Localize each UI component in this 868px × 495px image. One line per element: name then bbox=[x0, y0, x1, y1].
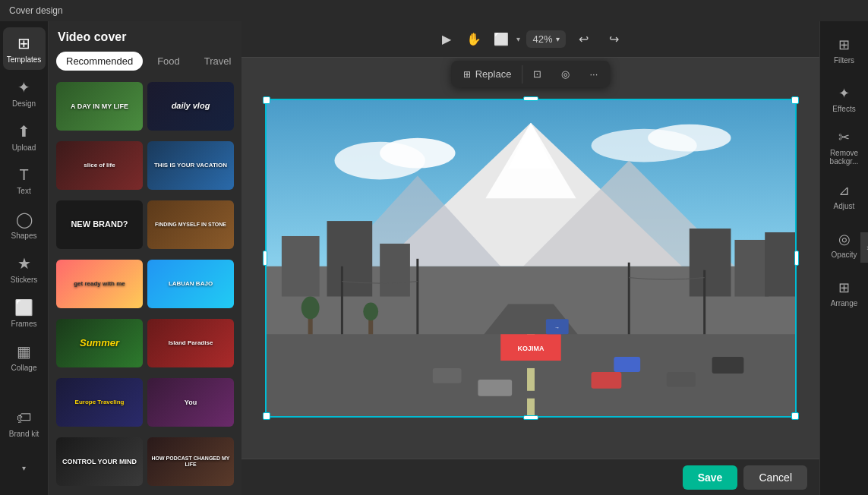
cancel-button[interactable]: Cancel bbox=[743, 465, 807, 490]
more-options-button[interactable]: ··· bbox=[580, 64, 607, 84]
filter-recommended[interactable]: Recommended bbox=[56, 52, 143, 71]
sidebar-item-upload[interactable]: ⬆ Upload bbox=[3, 115, 46, 158]
template-item[interactable]: You bbox=[147, 378, 234, 427]
template-item[interactable]: CONTROL YOUR MIND bbox=[56, 437, 143, 486]
collage-icon: ▦ bbox=[17, 342, 31, 361]
filters-icon: ⊞ bbox=[838, 36, 850, 53]
template-item[interactable]: A DAY IN MY LIFE bbox=[56, 82, 143, 131]
template-item[interactable]: Europe Traveling bbox=[56, 378, 143, 427]
title-bar: Cover design bbox=[0, 0, 868, 21]
sidebar-collapse-button[interactable]: ▾ bbox=[3, 446, 46, 489]
template-item[interactable]: LABUAN BAJO bbox=[147, 260, 234, 308]
adjust-panel-item[interactable]: ⊿ Adjust bbox=[823, 173, 866, 219]
adjust-label: Adjust bbox=[834, 202, 855, 210]
frames-icon: ⬜ bbox=[14, 298, 33, 317]
sidebar-item-text[interactable]: T Text bbox=[3, 159, 46, 202]
svg-rect-13 bbox=[380, 244, 410, 297]
sidebar-item-collage[interactable]: ▦ Collage bbox=[3, 336, 46, 378]
canvas-viewport[interactable]: ⊞ Replace ⊡ ◎ ··· bbox=[241, 58, 819, 459]
sidebar-item-stickers[interactable]: ★ Stickers bbox=[3, 247, 46, 290]
filter-travel[interactable]: Travel bbox=[194, 52, 241, 71]
opacity-icon: ◎ bbox=[838, 231, 851, 247]
handle-bottom-right[interactable] bbox=[791, 412, 799, 420]
crop-button[interactable]: ⊡ bbox=[524, 64, 551, 84]
template-label: NEW BRAND? bbox=[56, 200, 143, 249]
frame-icon: ⬜ bbox=[494, 32, 509, 46]
frame-dropdown-icon: ▾ bbox=[516, 35, 520, 43]
replace-button[interactable]: ⊞ Replace bbox=[454, 64, 521, 84]
sidebar-item-templates-label: Templates bbox=[7, 55, 42, 64]
sidebar-item-design[interactable]: ✦ Design bbox=[3, 71, 46, 114]
toolbar-divider bbox=[522, 65, 522, 84]
template-item[interactable]: Summer bbox=[56, 319, 143, 367]
filters-label: Filters bbox=[834, 56, 854, 65]
sidebar-item-templates[interactable]: ⊞ Templates bbox=[3, 27, 46, 70]
sidebar-item-frames[interactable]: ⬜ Frames bbox=[3, 292, 46, 334]
svg-rect-16 bbox=[765, 232, 795, 297]
template-label: FINDING MYSELF IN STONE bbox=[147, 200, 234, 249]
app-layout: ⊞ Templates ✦ Design ⬆ Upload T Text ◯ S… bbox=[0, 21, 868, 495]
template-item[interactable]: daily vlog bbox=[147, 82, 234, 131]
template-label: get ready with me bbox=[56, 260, 143, 308]
sidebar-item-brand-label: Brand kit bbox=[9, 430, 39, 438]
template-label: daily vlog bbox=[147, 82, 234, 131]
template-item[interactable]: get ready with me bbox=[56, 260, 143, 308]
undo-icon: ↩ bbox=[579, 32, 589, 46]
redo-button[interactable]: ↪ bbox=[602, 27, 627, 52]
effects-panel-item[interactable]: ✦ Effects bbox=[823, 76, 866, 121]
adjust-icon: ⊿ bbox=[838, 182, 850, 199]
hand-tool-button[interactable]: ✋ bbox=[462, 27, 486, 52]
handle-middle-right[interactable] bbox=[794, 251, 799, 266]
template-item[interactable]: FINDING MYSELF IN STONE bbox=[147, 200, 234, 249]
template-item[interactable]: THIS IS YOUR VACATION bbox=[147, 141, 234, 190]
brand-kit-icon: 🏷 bbox=[17, 409, 32, 427]
hand-icon: ✋ bbox=[466, 32, 481, 46]
svg-rect-21 bbox=[527, 399, 535, 416]
zoom-control[interactable]: 42% ▾ bbox=[526, 30, 565, 48]
template-item[interactable]: slice of life bbox=[56, 141, 143, 190]
handle-middle-left[interactable] bbox=[263, 251, 267, 266]
select-tool-button[interactable]: ▶ bbox=[434, 27, 459, 52]
filters-panel-item[interactable]: ⊞ Filters bbox=[823, 27, 866, 73]
panel-title: Video cover bbox=[49, 21, 241, 50]
remove-bg-panel-item[interactable]: ✂ Remove backgr... bbox=[823, 125, 866, 170]
svg-point-37 bbox=[363, 302, 378, 320]
filter-food[interactable]: Food bbox=[147, 52, 190, 71]
svg-rect-24 bbox=[478, 380, 512, 396]
more-icon: ··· bbox=[589, 68, 598, 80]
effects-label: Effects bbox=[832, 105, 855, 113]
template-label: Europe Traveling bbox=[56, 378, 143, 427]
remove-bg-label: Remove backgr... bbox=[823, 149, 866, 166]
template-item[interactable]: Island Paradise bbox=[147, 319, 234, 367]
sidebar-item-shapes[interactable]: ◯ Shapes bbox=[3, 203, 46, 246]
template-grid: A DAY IN MY LIFE daily vlog slice of lif… bbox=[49, 79, 241, 495]
template-item[interactable]: HOW PODCAST CHANGED MY LIFE bbox=[147, 437, 234, 486]
handle-top-left[interactable] bbox=[263, 96, 270, 104]
save-button[interactable]: Save bbox=[683, 465, 738, 490]
svg-point-35 bbox=[301, 297, 319, 320]
redo-icon: ↪ bbox=[609, 32, 619, 46]
frame-tool-button[interactable]: ⬜ bbox=[489, 27, 513, 52]
svg-rect-14 bbox=[689, 229, 731, 296]
undo-button[interactable]: ↩ bbox=[572, 27, 596, 52]
handle-top-right[interactable] bbox=[791, 96, 799, 104]
canvas-area: ▶ ✋ ⬜ ▾ 42% ▾ ↩ ↪ bbox=[241, 21, 819, 495]
svg-rect-25 bbox=[432, 368, 461, 383]
template-item[interactable]: NEW BRAND? bbox=[56, 200, 143, 249]
opacity-panel-item[interactable]: ◎ Opacity bbox=[823, 222, 866, 267]
svg-point-2 bbox=[380, 138, 455, 169]
sidebar-item-brand-kit[interactable]: 🏷 Brand kit bbox=[3, 402, 46, 445]
template-label: slice of life bbox=[56, 141, 143, 190]
canvas-toolbar: ▶ ✋ ⬜ ▾ 42% ▾ ↩ ↪ bbox=[241, 21, 819, 58]
handle-bottom-center[interactable] bbox=[523, 415, 538, 420]
svg-rect-23 bbox=[614, 357, 640, 372]
filter-bar: Recommended Food Travel ▾ bbox=[49, 50, 241, 79]
handle-top-center[interactable] bbox=[523, 96, 538, 101]
frame-button[interactable]: ◎ bbox=[552, 64, 579, 84]
arrange-panel-item[interactable]: ⊞ Arrange bbox=[823, 270, 866, 316]
shapes-icon: ◯ bbox=[16, 210, 33, 229]
svg-rect-27 bbox=[666, 372, 695, 387]
svg-text:→: → bbox=[554, 325, 560, 330]
arrange-icon: ⊞ bbox=[838, 279, 850, 296]
handle-bottom-left[interactable] bbox=[263, 412, 270, 420]
